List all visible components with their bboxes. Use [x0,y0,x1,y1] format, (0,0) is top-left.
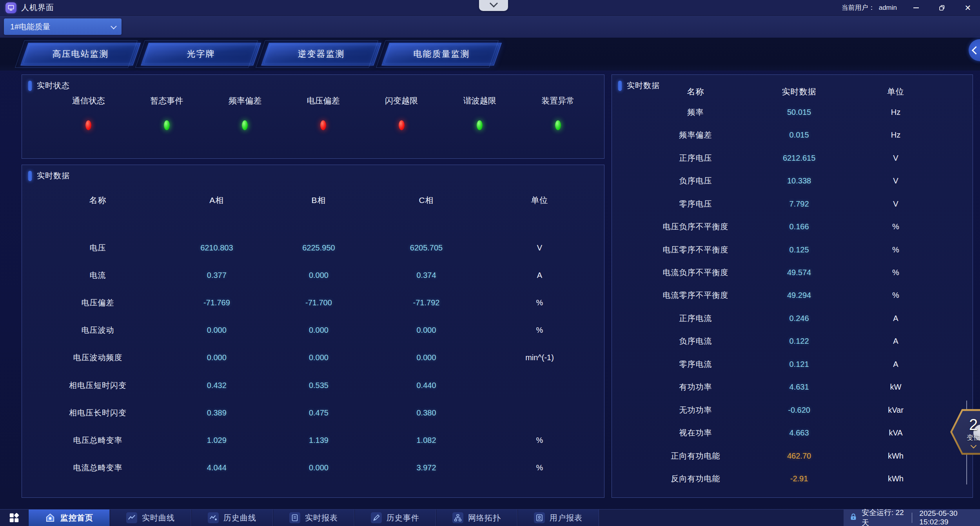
table-row: 电压 6210.803 6225.950 6205.705 V [30,243,596,253]
row-value: 0.125 [771,245,827,254]
table-row: 负序电压 10.338 V [620,176,965,186]
status-label: 频率偏差 [229,95,261,106]
phase-a-value: 0.000 [166,353,268,362]
row-value: 462.70 [771,452,827,461]
col-header-name: 名称 [620,86,771,97]
row-name: 零序电流 [620,359,771,370]
station-select[interactable]: 1#电能质量 [4,18,122,35]
row-name: 电压波动频度 [30,352,166,363]
restore-button[interactable] [935,2,949,14]
table-row: 电流 0.377 0.000 0.374 A [30,270,596,281]
row-name: 正序电流 [620,313,771,324]
nav-tab[interactable]: 高压电站监测 [20,43,141,65]
chevron-left-icon [972,46,980,54]
row-unit: kVar [827,406,965,415]
phase-a-value: 0.000 [166,326,268,335]
table-row: 零序电压 7.792 V [620,199,965,209]
status-item: 电压偏差 [284,95,363,130]
bottom-nav-item[interactable]: 网络拓扑 [436,510,517,526]
phase-b-value: 0.475 [268,408,370,417]
row-unit: kVA [827,428,965,437]
table-body: 电压 6210.803 6225.950 6205.705 V 电流 0.377… [30,234,596,482]
nav-tab[interactable]: 光字牌 [141,43,261,65]
status-label: 闪变越限 [385,95,418,106]
phase-c-value: 0.000 [370,326,483,335]
phase-b-value: 6225.950 [268,243,370,252]
row-name: 有功功率 [620,382,771,392]
nav-tab[interactable]: 逆变器监测 [261,43,381,65]
table-row: 电流零序不平衡度 49.294 % [620,290,965,301]
table-row: 正向有功电能 462.70 kWh [620,451,965,461]
page-tabs: 高压电站监测 光字牌 逆变器监测 电能质量监测 [0,38,980,71]
nav-tab[interactable]: 电能质量监测 [381,43,502,65]
bottom-nav-item[interactable]: 监控首页 [28,510,110,526]
row-name: 反向有功电能 [620,473,771,484]
phase-b-value: 0.535 [268,381,370,390]
safe-run-text: 安全运行: 22 天 [862,508,905,526]
table-row: 电压负序不平衡度 0.166 % [620,221,965,232]
row-name: 电流 [30,270,166,281]
row-unit: kWh [827,474,965,483]
nav-item-label: 实时曲线 [142,513,175,523]
row-value: 4.631 [771,383,827,392]
phase-a-value: 1.029 [166,436,268,445]
row-name: 电压波动 [30,325,166,336]
row-name: 相电压短时闪变 [30,380,166,391]
realtime-table: 名称 实时数据 单位 频率 50.015 Hz 频率偏差 0.015 Hz [620,83,965,490]
app-window: 人机界面 当前用户： admin ✕ 1#电能质量 高压电站监测 光字牌 [0,0,980,526]
phase-c-value: 3.972 [370,463,483,472]
phase-a-value: 0.389 [166,408,268,417]
row-unit: % [827,245,965,254]
panel-title: 实时状态 [37,80,70,91]
table-row: 电压波动频度 0.000 0.000 0.000 min^(-1) [30,352,596,363]
close-button[interactable]: ✕ [961,2,975,14]
bottom-nav-item[interactable]: 用户报表 [517,510,599,526]
row-name: 正向有功电能 [620,451,771,461]
bottom-nav-item[interactable]: 历史曲线 [191,510,273,526]
apps-grid-icon[interactable] [0,510,28,526]
table-row: 有功功率 4.631 kW [620,382,965,392]
bottom-nav-item[interactable]: 历史事件 [354,510,436,526]
status-label: 暂态事件 [150,95,183,106]
status-light-indicator [555,120,561,130]
row-value: 7.792 [771,200,827,209]
nav-item-label: 实时报表 [305,513,338,523]
row-unit: A [827,314,965,323]
table-row: 正序电流 0.246 A [620,313,965,324]
table-row: 频率偏差 0.015 Hz [620,130,965,140]
table-row: 反向有功电能 -2.91 kWh [620,473,965,484]
row-value: 49.294 [771,291,827,300]
row-value: 6212.615 [771,154,827,163]
table-row: 电压波动 0.000 0.000 0.000 % [30,325,596,336]
minimize-button[interactable] [909,2,923,14]
tab-label: 光字牌 [145,43,257,65]
row-unit: % [483,326,596,335]
bottom-nav-item[interactable]: 实时报表 [273,510,354,526]
bottom-nav-item[interactable]: 实时曲线 [110,510,191,526]
row-value: -0.620 [771,406,827,415]
nav-item-label: 监控首页 [60,513,93,523]
table-header-row: 名称 实时数据 单位 [620,83,965,101]
row-unit: kW [827,383,965,392]
status-light-indicator [85,120,91,130]
row-name: 电流零序不平衡度 [620,290,771,301]
row-unit: % [827,222,965,231]
row-unit: % [483,298,596,307]
table-row: 相电压长时闪变 0.389 0.475 0.380 [30,408,596,418]
status-item: 装置异常 [519,95,597,130]
nav-item-label: 网络拓扑 [468,513,501,523]
row-value: 49.574 [771,268,827,277]
table-row: 负序电流 0.122 A [620,336,965,346]
chevron-down-icon [970,442,976,448]
col-header-value: 实时数据 [771,86,827,97]
phase-a-value: 6210.803 [166,243,268,252]
status-item: 暂态事件 [128,95,206,130]
row-unit: % [827,291,965,300]
top-collapse-handle[interactable] [479,0,508,11]
status-label: 通信状态 [72,95,105,106]
current-user-value: admin [879,4,897,12]
row-name: 无功功率 [620,405,771,415]
row-name: 电压偏差 [30,297,166,308]
col-header-phase-b: B相 [268,195,370,206]
tab-label: 高压电站监测 [25,43,136,65]
